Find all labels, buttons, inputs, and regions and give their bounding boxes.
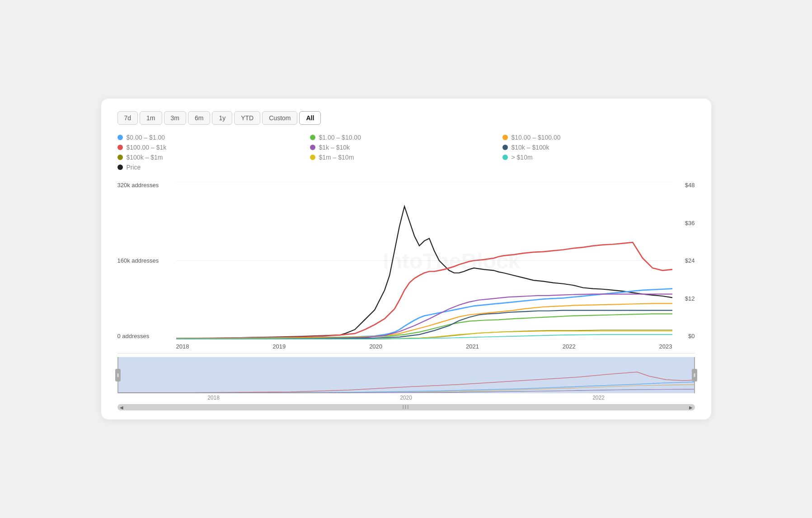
legend-item: > $10m <box>502 154 695 161</box>
y-right-4: $12 <box>685 295 695 302</box>
legend-item: $100.00 – $1k <box>117 144 310 151</box>
x-label-2018: 2018 <box>176 343 189 350</box>
x-label-2021: 2021 <box>466 343 479 350</box>
scroll-right-arrow[interactable]: ▶ <box>687 404 695 410</box>
x-label-2019: 2019 <box>272 343 286 350</box>
main-chart: 320k addresses 160k addresses 0 addresse… <box>117 182 695 353</box>
mini-chart-navigator[interactable]: II II 2018 2020 2022 <box>117 357 695 402</box>
y-right-2: $36 <box>685 220 695 226</box>
y-label-mid: 160k addresses <box>117 257 176 264</box>
legend-dot <box>502 135 508 140</box>
legend-item: Price <box>117 164 310 171</box>
y-axis-left: 320k addresses 160k addresses 0 addresse… <box>117 182 176 339</box>
mini-x-axis: 2018 2020 2022 <box>117 393 695 402</box>
mini-selection-overlay[interactable]: II II <box>117 357 695 393</box>
legend-label: Price <box>127 164 141 171</box>
legend-label: $1m – $10m <box>319 154 354 161</box>
legend-item: $1m – $10m <box>310 154 502 161</box>
legend-item: $10k – $100k <box>502 144 695 151</box>
legend-dot <box>310 155 315 160</box>
x-label-2023: 2023 <box>659 343 672 350</box>
legend-dot <box>117 155 123 160</box>
horizontal-scrollbar[interactable]: ◀ III ▶ <box>117 404 695 410</box>
y-right-3: $24 <box>685 257 695 264</box>
legend-dot <box>117 165 123 170</box>
chart-container: 320k addresses 160k addresses 0 addresse… <box>117 182 695 410</box>
legend-label: $0.00 – $1.00 <box>127 134 165 141</box>
mini-handle-left[interactable]: II <box>115 369 121 381</box>
y-right-5: $0 <box>688 333 695 339</box>
y-axis-right: $48 $36 $24 $12 $0 <box>675 182 695 339</box>
scroll-left-arrow[interactable]: ◀ <box>117 404 126 410</box>
legend-label: $1.00 – $10.00 <box>319 134 361 141</box>
chart-svg-area: IntoTheBlock <box>176 182 672 339</box>
legend-dot <box>310 145 315 150</box>
time-btn-ytd[interactable]: YTD <box>234 111 260 125</box>
x-label-2022: 2022 <box>563 343 576 350</box>
time-btn-3m[interactable]: 3m <box>164 111 186 125</box>
legend-dot <box>117 145 123 150</box>
scrollbar-grip: III <box>402 404 409 410</box>
time-range-selector: 7d1m3m6m1yYTDCustomAll <box>117 111 695 125</box>
right-handle-icon: II <box>694 373 695 378</box>
legend-label: $100.00 – $1k <box>127 144 167 151</box>
legend-label: $1k – $10k <box>319 144 350 151</box>
y-right-1: $48 <box>685 182 695 188</box>
legend-dot <box>502 145 508 150</box>
chart-lines-svg <box>176 182 672 339</box>
x-label-2020: 2020 <box>369 343 382 350</box>
legend-label: $10k – $100k <box>512 144 549 151</box>
mini-x-2018: 2018 <box>207 395 220 401</box>
time-btn-6m[interactable]: 6m <box>188 111 210 125</box>
time-btn-7d[interactable]: 7d <box>117 111 138 125</box>
legend-dot <box>117 135 123 140</box>
legend-label: $100k – $1m <box>127 154 163 161</box>
mini-handle-right[interactable]: II <box>692 369 697 381</box>
legend-dot <box>502 155 508 160</box>
legend-item: $1k – $10k <box>310 144 502 151</box>
time-btn-custom[interactable]: Custom <box>262 111 297 125</box>
time-btn-all[interactable]: All <box>299 111 321 125</box>
legend-label: > $10m <box>512 154 533 161</box>
mini-x-2022: 2022 <box>592 395 605 401</box>
y-label-top: 320k addresses <box>117 182 176 188</box>
left-handle-icon: II <box>117 373 119 378</box>
legend-item: $0.00 – $1.00 <box>117 134 310 141</box>
legend-item: $100k – $1m <box>117 154 310 161</box>
legend-item: $10.00 – $100.00 <box>502 134 695 141</box>
legend-label: $10.00 – $100.00 <box>512 134 561 141</box>
time-btn-1m[interactable]: 1m <box>140 111 162 125</box>
mini-x-2020: 2020 <box>400 395 412 401</box>
time-btn-1y[interactable]: 1y <box>212 111 232 125</box>
chart-card: 7d1m3m6m1yYTDCustomAll $0.00 – $1.00$1.0… <box>101 99 711 419</box>
legend-item: $1.00 – $10.00 <box>310 134 502 141</box>
y-label-bot: 0 addresses <box>117 333 176 339</box>
chart-legend: $0.00 – $1.00$1.00 – $10.00$10.00 – $100… <box>117 134 695 171</box>
legend-dot <box>310 135 315 140</box>
x-axis: 2018 2019 2020 2021 2022 2023 <box>176 339 672 353</box>
